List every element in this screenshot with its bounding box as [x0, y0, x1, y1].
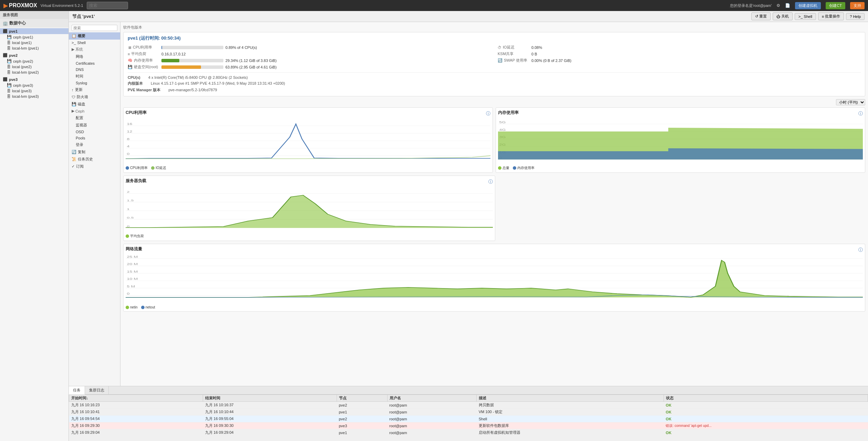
cert-label: Certificates — [76, 61, 95, 65]
top-search-input[interactable] — [87, 2, 128, 9]
mem-info-icon[interactable]: ⓘ — [858, 111, 863, 117]
nav-item-ceph-monitor[interactable]: 监视器 — [69, 122, 120, 129]
create-vm-button[interactable]: 创建虚拟机 — [795, 2, 821, 9]
nav-item-network[interactable]: 网络 — [69, 53, 120, 60]
sidebar-item-local-lvm-pve1[interactable]: 🗄 local-lvm (pve1) — [0, 45, 68, 51]
tab-cluster-log[interactable]: 集群日志 — [85, 386, 109, 394]
content-area: 节点 'pve1' ↺ 重置 ⏻ 关机 >_ Shell ≡ 批量操作 — [69, 11, 868, 441]
sidebar-item-ceph-pve1[interactable]: 💾 ceph (pve1) — [0, 34, 68, 40]
gear-icon[interactable]: ⚙ — [776, 3, 780, 8]
cell-user: root@pam — [387, 416, 477, 422]
summary-icon: 📋 — [72, 34, 76, 38]
nav-item-syslog[interactable]: Syslog — [69, 80, 120, 86]
sidebar-datacenter[interactable]: 🏢 数据中心 — [0, 19, 68, 28]
logo: ▶ PROXMOX — [3, 2, 37, 9]
disk-row: 💾 硬盘空间(root) 63.89% (2.95 GiB of 4.61 Gi… — [128, 64, 491, 70]
netout-legend: netout — [141, 305, 155, 309]
nav-item-summary[interactable]: 📋 概要 — [69, 32, 120, 40]
cpu-progress-fill — [161, 46, 162, 49]
cell-start: 九月 16 09:29:30 — [69, 422, 203, 429]
cell-end: 九月 16 10:10:44 — [203, 409, 337, 416]
mem-label: 🧠 内存使用率 — [128, 58, 159, 63]
create-ct-button[interactable]: 创建CT — [826, 2, 845, 9]
time-selector-select[interactable]: 小时 (平均) 天 (平均) 周 (平均) 月 (平均) 年 (平均) — [836, 99, 865, 105]
sidebar-item-pve1[interactable]: ⬛ pve1 — [0, 28, 68, 34]
panel-top-controls: 小时 (平均) 天 (平均) 周 (平均) 月 (平均) 年 (平均) — [123, 99, 865, 105]
nav-search-input[interactable] — [72, 25, 117, 31]
cell-user: root@pam — [387, 409, 477, 416]
sidebar-item-pve3[interactable]: ⬛ pve3 — [0, 76, 68, 82]
load-chart-header: 服务器负载 ⓘ — [126, 178, 493, 185]
disk-sum-icon: 💾 — [128, 65, 133, 69]
bottom-panel: 任务 集群日志 开始时间↓ 结束时间 节点 用户名 描述 状态 — [69, 386, 868, 441]
shell-button[interactable]: >_ Shell — [795, 13, 816, 20]
net-info-icon[interactable]: ⓘ — [858, 247, 863, 253]
summary-section: pve1 (运行时间: 00:50:34) 🖥 CPU利用率 — [123, 32, 865, 96]
list-icon: ≡ — [822, 14, 824, 19]
ceph-expand-icon: ▶ — [72, 109, 74, 113]
svg-text:5G: 5G — [499, 120, 506, 124]
task-icon: 📜 — [72, 157, 76, 161]
network-label: 网络 — [76, 54, 83, 59]
nav-item-certificates[interactable]: Certificates — [69, 60, 120, 66]
user-info-text: 您的登录名是'root@pam' — [730, 3, 772, 8]
col-user: 用户名 — [387, 395, 477, 402]
bottom-tabs: 任务 集群日志 — [69, 386, 868, 395]
svg-text:0: 0 — [127, 225, 130, 228]
nav-item-ceph-pools[interactable]: Pools — [69, 135, 120, 141]
nav-item-disk[interactable]: 💾 磁盘 — [69, 101, 120, 108]
disk-icon: 🗄 — [7, 41, 11, 45]
nav-item-task-history[interactable]: 📜 任务历史 — [69, 156, 120, 163]
svg-text:5 M: 5 M — [127, 285, 135, 288]
nav-item-dns[interactable]: DNS — [69, 66, 120, 73]
nav-section-system[interactable]: ▶ 系统 — [69, 46, 120, 53]
load-chart-card: 服务器负载 ⓘ 2 1.5 — [123, 176, 495, 241]
tasks-tbody: 九月 16 10:16:23 九月 16 10:16:37 pve2 root@… — [69, 402, 868, 436]
svg-text:15 M: 15 M — [127, 270, 138, 273]
col-end-time: 结束时间 — [203, 395, 337, 402]
sidebar-item-local-pve2[interactable]: 🗄 local (pve2) — [0, 64, 68, 70]
cpu-info-icon[interactable]: ⓘ — [486, 111, 490, 117]
cell-status: OK — [664, 409, 868, 416]
node-header: 节点 'pve1' ↺ 重置 ⏻ 关机 >_ Shell ≡ 批量操作 — [69, 11, 868, 22]
tab-tasks[interactable]: 任务 — [69, 386, 85, 395]
help-button[interactable]: ? Help — [846, 13, 865, 20]
io-value: 0.08% — [531, 45, 542, 50]
load-info-icon[interactable]: ⓘ — [488, 179, 493, 185]
task-label: 任务历史 — [78, 157, 93, 162]
mem-used-dot — [513, 166, 516, 170]
sidebar-item-local-lvm-pve2[interactable]: 🗄 local-lvm (pve2) — [0, 70, 68, 75]
sidebar-item-local-pve3[interactable]: 🗄 local (pve3) — [0, 88, 68, 94]
netin-legend: netin — [126, 305, 138, 309]
nav-item-ceph-osd[interactable]: OSD — [69, 129, 120, 135]
nav-item-firewall[interactable]: 🛡 防火墙 — [69, 93, 120, 101]
brand-name: PROXMOX — [9, 2, 37, 9]
nav-item-replicate[interactable]: 🔄 复制 — [69, 148, 120, 156]
support-button[interactable]: 支持 — [850, 2, 865, 9]
file-icon[interactable]: 📄 — [785, 3, 790, 8]
svg-text:10 M: 10 M — [127, 277, 138, 280]
table-row: 九月 16 09:29:04 九月 16 09:29:04 pve1 root@… — [69, 429, 868, 436]
sidebar-item-pve2[interactable]: ⬛ pve2 — [0, 52, 68, 58]
swap-value: 0.00% (0 B of 2.37 GiB) — [531, 59, 571, 63]
nav-item-updates[interactable]: ↑ 更新 — [69, 86, 120, 93]
package-version-label: 软件包版本 — [123, 25, 865, 30]
nav-section-ceph[interactable]: ▶ Ceph — [69, 108, 120, 114]
nav-item-ceph-login[interactable]: 登录 — [69, 141, 120, 148]
cell-status: OK — [664, 416, 868, 422]
sidebar-item-ceph-pve3[interactable]: 💾 ceph (pve3) — [0, 82, 68, 88]
mem-row: 🧠 内存使用率 29.34% (1.12 GiB of 3.83 GiB) — [128, 57, 491, 64]
bulk-action-button[interactable]: ≡ 批量操作 — [818, 12, 844, 20]
reset-button[interactable]: ↺ 重置 — [751, 12, 771, 20]
nav-item-time[interactable]: 时间 — [69, 73, 120, 80]
cpu-legend-dot — [126, 166, 129, 170]
shutdown-button[interactable]: ⏻ 关机 — [773, 12, 793, 20]
nav-item-subscription[interactable]: ✓ 订阅 — [69, 163, 120, 170]
sidebar-item-local-lvm-pve3[interactable]: 🗄 local-lvm (pve3) — [0, 94, 68, 99]
nav-item-ceph-config[interactable]: 配置 — [69, 114, 120, 122]
sidebar-item-ceph-pve2[interactable]: 💾 ceph (pve2) — [0, 58, 68, 64]
svg-text:16: 16 — [127, 122, 133, 126]
sidebar-item-local-pve1[interactable]: 🗄 local (pve1) — [0, 40, 68, 45]
sidebar-header: 服务视图 — [0, 11, 68, 19]
nav-item-shell[interactable]: >_ Shell — [69, 40, 120, 46]
